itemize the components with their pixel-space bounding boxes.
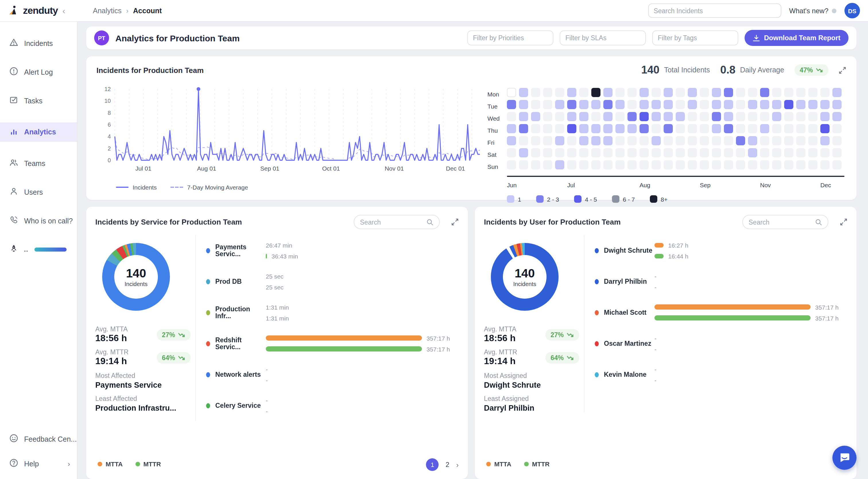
filter-input-filter-by-priorities[interactable]: Filter by Priorities: [467, 30, 553, 46]
heatmap-cell[interactable]: [796, 160, 805, 170]
heatmap-cell[interactable]: [772, 112, 781, 121]
heatmap-cell[interactable]: [615, 148, 625, 157]
chat-launcher-button[interactable]: [832, 446, 857, 470]
heatmap-cell[interactable]: [724, 136, 733, 145]
heatmap-cell[interactable]: [579, 136, 588, 145]
heatmap-cell[interactable]: [796, 136, 805, 145]
heatmap-cell[interactable]: [627, 100, 637, 109]
heatmap-cell[interactable]: [748, 136, 757, 145]
heatmap-cell[interactable]: [808, 112, 817, 121]
heatmap-cell[interactable]: [519, 112, 528, 121]
heatmap-cell[interactable]: [820, 112, 830, 121]
heatmap-cell[interactable]: [567, 100, 577, 109]
heatmap-cell[interactable]: [591, 112, 600, 121]
sidebar-item-feedback-cen[interactable]: Feedback Cen...: [0, 432, 77, 446]
heatmap-cell[interactable]: [663, 124, 673, 133]
heatmap-cell[interactable]: [567, 136, 577, 145]
heatmap-cell[interactable]: [579, 112, 588, 121]
sidebar-item-analytics[interactable]: Analytics: [0, 122, 77, 142]
heatmap-cell[interactable]: [640, 124, 649, 133]
heatmap-cell[interactable]: [591, 88, 600, 97]
heatmap-cell[interactable]: [832, 112, 842, 121]
user-search-input[interactable]: Search: [742, 215, 828, 229]
heatmap-cell[interactable]: [688, 88, 697, 97]
heatmap-cell[interactable]: [820, 148, 830, 157]
heatmap-cell[interactable]: [543, 112, 552, 121]
heatmap-cell[interactable]: [543, 100, 552, 109]
heatmap-cell[interactable]: [652, 112, 661, 121]
heatmap-cell[interactable]: [820, 100, 830, 109]
heatmap-cell[interactable]: [760, 88, 769, 97]
heatmap-cell[interactable]: [676, 148, 685, 157]
heatmap-cell[interactable]: [748, 112, 757, 121]
heatmap-cell[interactable]: [808, 124, 817, 133]
heatmap-cell[interactable]: [676, 136, 685, 145]
heatmap-cell[interactable]: [531, 112, 540, 121]
heatmap-cell[interactable]: [519, 136, 528, 145]
heatmap-cell[interactable]: [808, 88, 817, 97]
heatmap-cell[interactable]: [784, 136, 794, 145]
heatmap-cell[interactable]: [724, 160, 733, 170]
heatmap-cell[interactable]: [760, 160, 769, 170]
heatmap-cell[interactable]: [760, 136, 769, 145]
sidebar-item-tasks[interactable]: Tasks: [0, 94, 77, 108]
heatmap-cell[interactable]: [832, 160, 842, 170]
heatmap-cell[interactable]: [591, 160, 600, 170]
heatmap-cell[interactable]: [555, 160, 564, 170]
heatmap-cell[interactable]: [676, 160, 685, 170]
heatmap-cell[interactable]: [808, 148, 817, 157]
heatmap-cell[interactable]: [567, 124, 577, 133]
sidebar-item-[interactable]: ..: [0, 242, 77, 257]
service-search-input[interactable]: Search: [353, 215, 440, 229]
heatmap-cell[interactable]: [700, 88, 709, 97]
heatmap-cell[interactable]: [808, 160, 817, 170]
heatmap-cell[interactable]: [700, 148, 709, 157]
heatmap-cell[interactable]: [832, 148, 842, 157]
heatmap-cell[interactable]: [724, 112, 733, 121]
filter-input-filter-by-tags[interactable]: Filter by Tags: [652, 30, 738, 46]
heatmap-cell[interactable]: [519, 148, 528, 157]
heatmap-cell[interactable]: [712, 136, 721, 145]
heatmap-cell[interactable]: [772, 100, 781, 109]
heatmap-cell[interactable]: [652, 124, 661, 133]
heatmap-cell[interactable]: [567, 148, 577, 157]
heatmap-cell[interactable]: [519, 88, 528, 97]
heatmap-cell[interactable]: [688, 160, 697, 170]
heatmap-cell[interactable]: [748, 100, 757, 109]
heatmap-cell[interactable]: [591, 148, 600, 157]
heatmap-cell[interactable]: [772, 148, 781, 157]
heatmap-cell[interactable]: [640, 136, 649, 145]
heatmap-cell[interactable]: [820, 88, 830, 97]
breadcrumb-section[interactable]: Analytics: [93, 7, 121, 14]
heatmap-cell[interactable]: [663, 112, 673, 121]
heatmap-cell[interactable]: [543, 160, 552, 170]
heatmap-cell[interactable]: [640, 148, 649, 157]
heatmap-cell[interactable]: [615, 100, 625, 109]
heatmap-cell[interactable]: [652, 100, 661, 109]
heatmap-cell[interactable]: [663, 100, 673, 109]
filter-input-filter-by-slas[interactable]: Filter by SLAs: [560, 30, 646, 46]
heatmap-cell[interactable]: [760, 148, 769, 157]
heatmap-cell[interactable]: [832, 136, 842, 145]
heatmap-cell[interactable]: [784, 88, 794, 97]
heatmap-cell[interactable]: [543, 124, 552, 133]
heatmap-cell[interactable]: [663, 148, 673, 157]
heatmap-cell[interactable]: [724, 124, 733, 133]
heatmap-cell[interactable]: [772, 160, 781, 170]
heatmap-cell[interactable]: [567, 88, 577, 97]
heatmap-cell[interactable]: [712, 160, 721, 170]
heatmap-cell[interactable]: [736, 160, 745, 170]
heatmap-cell[interactable]: [627, 148, 637, 157]
heatmap-cell[interactable]: [603, 124, 613, 133]
expand-user-card-icon[interactable]: [840, 218, 847, 226]
heatmap-cell[interactable]: [531, 136, 540, 145]
heatmap-cell[interactable]: [796, 124, 805, 133]
heatmap-cell[interactable]: [772, 124, 781, 133]
sidebar-item-help[interactable]: Help›: [0, 457, 77, 471]
heatmap-cell[interactable]: [772, 136, 781, 145]
heatmap-cell[interactable]: [724, 100, 733, 109]
heatmap-cell[interactable]: [519, 160, 528, 170]
heatmap-cell[interactable]: [603, 88, 613, 97]
heatmap-cell[interactable]: [700, 100, 709, 109]
heatmap-cell[interactable]: [507, 124, 516, 133]
